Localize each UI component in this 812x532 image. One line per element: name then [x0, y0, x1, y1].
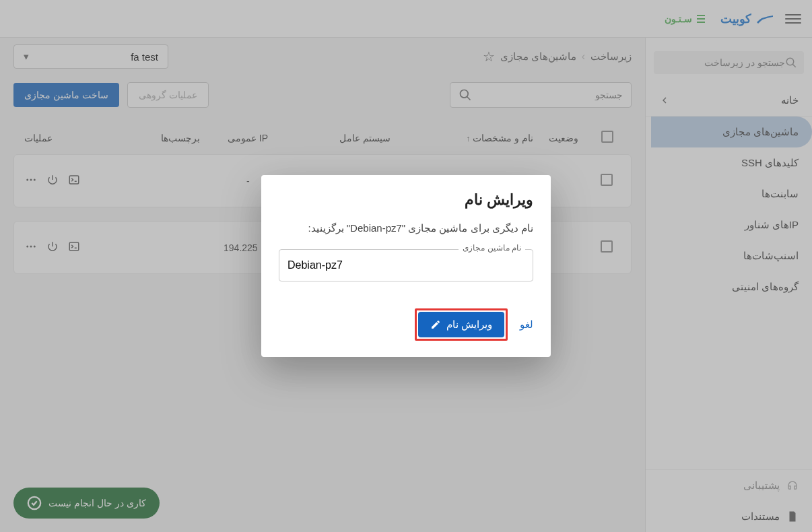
modal-title: ویرایش نام: [279, 191, 533, 209]
rename-modal: ویرایش نام نام دیگری برای ماشین مجازی "D…: [261, 175, 551, 357]
confirm-rename-button[interactable]: ویرایش نام: [418, 312, 504, 337]
vm-name-input[interactable]: [279, 249, 533, 281]
cancel-button[interactable]: لغو: [520, 319, 533, 331]
highlight-annotation: ویرایش نام: [415, 308, 508, 341]
vm-name-label: نام ماشین مجازی: [459, 243, 525, 253]
edit-icon: [430, 319, 441, 330]
modal-description: نام دیگری برای ماشین مجازی "Debian-pz7" …: [279, 222, 533, 234]
